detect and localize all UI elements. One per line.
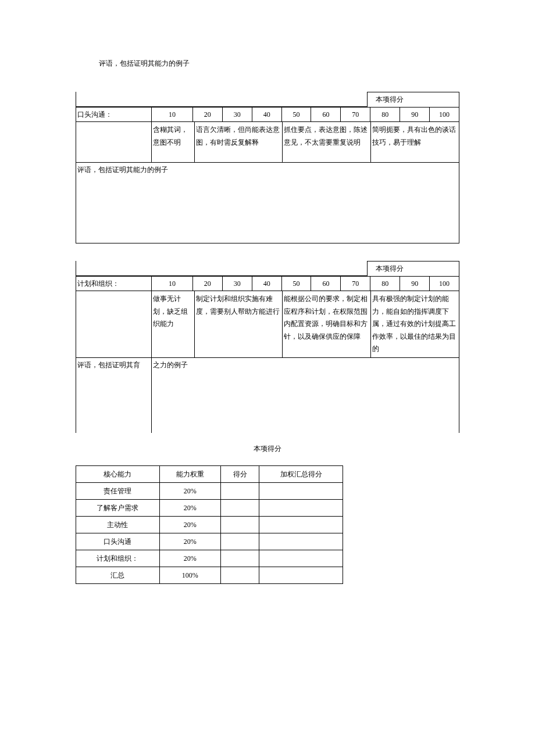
- table-cell: [259, 550, 343, 567]
- table-cell: [220, 516, 259, 533]
- score-header: 本项得分: [367, 92, 459, 107]
- summary-table: 核心能力 能力权重 得分 加权汇总得分 责任管理 20% 了解客户需求 20% …: [76, 465, 343, 584]
- table-cell: [220, 567, 259, 583]
- table-cell: 20%: [159, 499, 220, 516]
- score-header-standalone: 本项得分: [76, 443, 459, 454]
- scale-num: 100: [430, 108, 459, 121]
- table-row: 汇总 100%: [76, 567, 343, 583]
- table-cell: 20%: [159, 533, 220, 550]
- scale-num: 20: [193, 108, 223, 121]
- scale-num: 40: [252, 277, 282, 291]
- rubric-desc: 语言欠清晰，但尚能表达意图，有时需反复解释: [195, 122, 283, 162]
- scale-num: 30: [223, 108, 252, 121]
- rubric-desc: 抓住要点，表达意图，陈述意见，不太需要重复说明: [283, 122, 371, 162]
- table-cell: [259, 567, 343, 583]
- table-cell: 口头沟通: [76, 533, 160, 550]
- col-header: 核心能力: [76, 465, 160, 482]
- scale-num: 80: [370, 108, 400, 121]
- table-row: 主动性 20%: [76, 516, 343, 533]
- col-header: 能力权重: [159, 465, 220, 482]
- rubric-desc: 简明扼要，具有出色的谈话技巧，易于理解: [371, 122, 459, 162]
- table-cell: [220, 533, 259, 550]
- comment-label: 评语，包括证明其能力的例子: [76, 163, 459, 243]
- table-cell: 了解客户需求: [76, 499, 160, 516]
- table-row: 责任管理 20%: [76, 482, 343, 499]
- scale-num: 10: [152, 277, 193, 291]
- table-cell: 主动性: [76, 516, 160, 533]
- table-header-row: 核心能力 能力权重 得分 加权汇总得分: [76, 465, 343, 482]
- rubric-desc: 制定计划和组织实施有难度，需要别人帮助方能进行: [195, 291, 283, 357]
- rubric-desc: 含糊其词，意图不明: [152, 122, 195, 162]
- scale-num: 60: [311, 108, 341, 121]
- scale-numbers: 10 20 30 40 50 60 70 80 90 100: [152, 108, 459, 121]
- table-row: 口头沟通 20%: [76, 533, 343, 550]
- scale-num: 90: [400, 277, 430, 291]
- table-cell: [220, 550, 259, 567]
- comment-label-cont: 之力的例子: [152, 358, 459, 433]
- table-row: 计划和组织： 20%: [76, 550, 343, 567]
- table-cell: 20%: [159, 482, 220, 499]
- rubric-title: 计划和组织：: [76, 277, 152, 291]
- table-cell: 100%: [159, 567, 220, 583]
- col-header: 加权汇总得分: [259, 465, 343, 482]
- rubric-title: 口头沟通：: [76, 108, 152, 121]
- table-cell: 20%: [159, 550, 220, 567]
- table-cell: 计划和组织：: [76, 550, 160, 567]
- scale-num: 80: [370, 277, 400, 291]
- scale-num: 70: [341, 277, 370, 291]
- scale-num: 100: [430, 277, 459, 291]
- scale-num: 60: [311, 277, 341, 291]
- table-cell: [259, 482, 343, 499]
- rubric-desc: 具有极强的制定计划的能力，能自如的指挥调度下属，通过有效的计划提高工作效率，以最…: [371, 291, 459, 357]
- table-row: 了解客户需求 20%: [76, 499, 343, 516]
- scale-num: 40: [252, 108, 282, 121]
- scale-num: 20: [193, 277, 223, 291]
- table-cell: [220, 482, 259, 499]
- table-cell: 20%: [159, 516, 220, 533]
- rubric-planning-organization: 本项得分 计划和组织： 10 20 30 40 50 60 70 80 90 1…: [76, 261, 459, 433]
- col-header: 得分: [220, 465, 259, 482]
- table-cell: [259, 499, 343, 516]
- table-cell: [220, 499, 259, 516]
- scale-num: 90: [400, 108, 430, 121]
- table-cell: [259, 516, 343, 533]
- rubric-desc: 做事无计划，缺乏组织能力: [152, 291, 195, 357]
- scale-num: 30: [223, 277, 252, 291]
- scale-num: 10: [152, 108, 193, 121]
- intro-text: 评语，包括证明其能力的例子: [76, 58, 459, 69]
- rubric-oral-communication: 本项得分 口头沟通： 10 20 30 40 50 60 70 80 90 10…: [76, 92, 459, 243]
- rubric-desc: 能根据公司的要求，制定相应程序和计划，在权限范围内配置资源，明确目标和方针，以及…: [283, 291, 371, 357]
- table-cell: [259, 533, 343, 550]
- scale-num: 70: [341, 108, 370, 121]
- comment-label: 评语，包括证明其育: [76, 358, 152, 433]
- table-cell: 责任管理: [76, 482, 160, 499]
- scale-num: 50: [282, 277, 312, 291]
- score-header: 本项得分: [367, 261, 459, 276]
- table-cell: 汇总: [76, 567, 160, 583]
- scale-numbers: 10 20 30 40 50 60 70 80 90 100: [152, 277, 459, 291]
- scale-num: 50: [282, 108, 312, 121]
